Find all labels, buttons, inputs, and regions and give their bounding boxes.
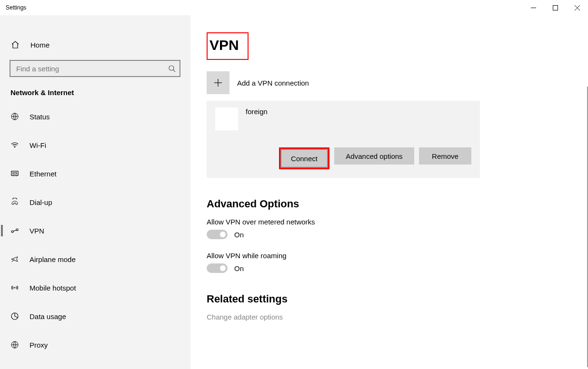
- vpn-icon: [10, 226, 19, 235]
- connect-button[interactable]: Connect: [281, 150, 327, 167]
- sidebar-item-datausage[interactable]: Data usage: [0, 305, 190, 328]
- sidebar-item-label: Airplane mode: [30, 255, 76, 263]
- sidebar-item-label: Proxy: [30, 341, 48, 349]
- sidebar-item-dialup[interactable]: Dial-up: [0, 191, 190, 214]
- roaming-toggle[interactable]: [207, 263, 228, 273]
- sidebar: Home Network & Internet Status: [0, 15, 190, 369]
- metered-label: Allow VPN over metered networks: [207, 218, 577, 226]
- svg-line-14: [13, 230, 16, 231]
- datausage-icon: [10, 312, 19, 320]
- svg-point-13: [16, 229, 18, 231]
- maximize-button[interactable]: [544, 0, 566, 15]
- sidebar-home-label: Home: [30, 41, 50, 49]
- related-settings-heading: Related settings: [207, 293, 577, 305]
- sidebar-item-ethernet[interactable]: Ethernet: [0, 162, 190, 185]
- sidebar-item-label: Status: [30, 113, 50, 121]
- sidebar-item-status[interactable]: Status: [0, 105, 190, 128]
- sidebar-item-vpn[interactable]: VPN: [0, 219, 190, 242]
- home-icon: [10, 40, 20, 49]
- sidebar-item-label: Dial-up: [30, 198, 52, 206]
- titlebar: Settings: [0, 0, 588, 15]
- add-vpn-row[interactable]: Add a VPN connection: [207, 71, 577, 94]
- page-title: VPN: [207, 32, 249, 60]
- svg-rect-1: [553, 5, 558, 10]
- svg-rect-8: [11, 171, 18, 175]
- wifi-icon: [10, 141, 19, 149]
- hotspot-icon: [10, 283, 19, 292]
- metered-toggle[interactable]: [207, 230, 228, 239]
- svg-line-5: [173, 70, 175, 72]
- sidebar-group-title: Network & Internet: [0, 84, 190, 101]
- search-field[interactable]: [15, 64, 168, 73]
- sidebar-item-proxy[interactable]: Proxy: [0, 333, 190, 356]
- sidebar-item-label: Mobile hotspot: [30, 284, 76, 292]
- remove-button[interactable]: Remove: [419, 147, 471, 165]
- status-icon: [10, 112, 19, 121]
- connect-button-highlight: Connect: [279, 147, 329, 169]
- svg-point-7: [14, 147, 15, 148]
- sidebar-item-hotspot[interactable]: Mobile hotspot: [0, 276, 190, 299]
- advanced-options-heading: Advanced Options: [207, 198, 577, 210]
- proxy-icon: [10, 340, 19, 349]
- sidebar-item-label: VPN: [30, 227, 44, 235]
- sidebar-item-label: Wi-Fi: [30, 141, 46, 149]
- roaming-toggle-state: On: [234, 264, 244, 272]
- search-icon: [168, 65, 176, 72]
- roaming-label: Allow VPN while roaming: [207, 252, 577, 260]
- vpn-connection-name: foreign: [246, 107, 268, 116]
- metered-toggle-state: On: [234, 231, 244, 239]
- change-adapter-link[interactable]: Change adapter options: [207, 313, 577, 321]
- minimize-button[interactable]: [522, 0, 544, 15]
- dialup-icon: [10, 198, 19, 206]
- vpn-connection-icon: [215, 107, 238, 130]
- window-title: Settings: [0, 4, 26, 11]
- svg-point-4: [169, 66, 174, 70]
- sidebar-item-label: Ethernet: [30, 170, 57, 178]
- sidebar-item-wifi[interactable]: Wi-Fi: [0, 134, 190, 156]
- ethernet-icon: [10, 169, 19, 178]
- content-pane: VPN Add a VPN connection foreign Connect…: [190, 15, 588, 369]
- add-vpn-label: Add a VPN connection: [237, 79, 309, 87]
- advanced-options-button[interactable]: Advanced options: [334, 147, 414, 165]
- svg-rect-9: [13, 173, 17, 174]
- sidebar-home[interactable]: Home: [0, 33, 190, 56]
- sidebar-item-airplane[interactable]: Airplane mode: [0, 248, 190, 271]
- svg-point-15: [14, 287, 16, 289]
- plus-icon: [207, 71, 229, 94]
- close-button[interactable]: [566, 0, 588, 15]
- airplane-icon: [10, 255, 19, 263]
- vpn-connection-card[interactable]: foreign Connect Advanced options Remove: [207, 101, 480, 178]
- sidebar-item-label: Data usage: [30, 312, 66, 320]
- search-input[interactable]: [10, 60, 180, 77]
- svg-point-12: [11, 231, 13, 233]
